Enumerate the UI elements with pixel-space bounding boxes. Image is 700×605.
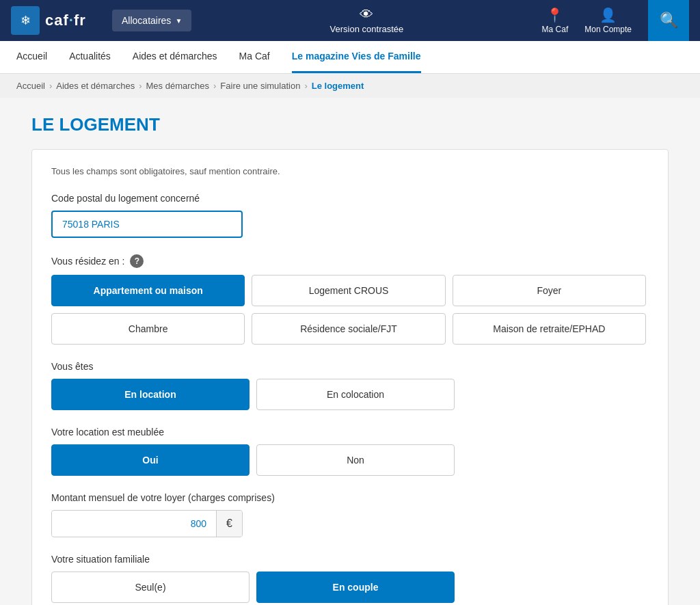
page-title: LE LOGEMENT (31, 114, 669, 135)
location-icon: 📍 (546, 7, 563, 23)
breadcrumb-sep-2: › (139, 81, 142, 91)
option-non[interactable]: Non (256, 444, 455, 476)
location-meublee-label: Votre location est meublée (51, 427, 649, 438)
moncompte-label: Mon Compte (584, 25, 632, 34)
form-card: Tous les champs sont obligatoires, sauf … (31, 149, 669, 605)
allocataires-button[interactable]: Allocataires ▼ (112, 10, 191, 31)
macaf-nav-item[interactable]: 📍 Ma Caf (542, 7, 569, 34)
breadcrumb-mes-demarches[interactable]: Mes démarches (146, 81, 209, 91)
loyer-currency: € (216, 511, 242, 537)
vous-etes-label: Vous êtes (51, 361, 649, 372)
version-contrastee-block[interactable]: 👁 Version contrastée (191, 7, 541, 34)
situation-label: Votre situation familiale (51, 554, 649, 565)
loyer-input-wrap: € (51, 510, 243, 537)
caf-logo-icon: ❄ (11, 6, 40, 35)
option-maison-retraite[interactable]: Maison de retraite/EPHAD (453, 313, 646, 345)
situation-familiale-group: Votre situation familiale Seul(e) En cou… (51, 554, 649, 603)
nav-aides-demarches[interactable]: Aides et démarches (133, 41, 217, 73)
breadcrumb-sep-1: › (49, 81, 52, 91)
location-meublee-group: Votre location est meublée Oui Non (51, 427, 649, 476)
nav-magazine[interactable]: Le magazine Vies de Famille (292, 41, 421, 73)
help-icon[interactable]: ? (130, 254, 144, 268)
allocataires-label: Allocataires (122, 15, 171, 26)
option-en-couple[interactable]: En couple (256, 572, 455, 603)
option-foyer[interactable]: Foyer (453, 275, 646, 306)
nav-accueil[interactable]: Accueil (16, 41, 47, 73)
breadcrumb-current: Le logement (312, 81, 364, 91)
top-nav-right: 📍 Ma Caf 👤 Mon Compte 🔍 (542, 0, 689, 41)
residence-label: Vous résidez en : ? (51, 254, 649, 268)
version-label: Version contrastée (330, 24, 404, 34)
situation-options: Seul(e) En couple (51, 572, 649, 603)
page-content: LE LOGEMENT Tous les champs sont obligat… (15, 98, 685, 605)
option-crous[interactable]: Logement CROUS (252, 275, 445, 306)
breadcrumb-accueil[interactable]: Accueil (16, 81, 45, 91)
eye-icon: 👁 (360, 7, 373, 23)
option-oui[interactable]: Oui (51, 444, 250, 476)
loyer-label: Montant mensuel de votre loyer (charges … (51, 492, 649, 503)
loyer-group: Montant mensuel de votre loyer (charges … (51, 492, 649, 537)
top-navigation: ❄ caf·fr Allocataires ▼ 👁 Version contra… (0, 0, 700, 41)
postal-code-label: Code postal du logement concerné (51, 193, 649, 204)
option-chambre[interactable]: Chambre (51, 313, 245, 345)
breadcrumb-sep-3: › (213, 81, 216, 91)
main-navigation: Accueil Actualités Aides et démarches Ma… (0, 41, 700, 74)
residence-options: Appartement ou maison Logement CROUS Foy… (51, 275, 646, 345)
option-en-location[interactable]: En location (51, 379, 250, 410)
logo-block[interactable]: ❄ caf·fr (11, 6, 107, 35)
loyer-input[interactable] (52, 511, 216, 536)
search-icon: 🔍 (660, 12, 678, 29)
breadcrumb-aides[interactable]: Aides et démarches (56, 81, 135, 91)
breadcrumb-simulation[interactable]: Faire une simulation (220, 81, 300, 91)
search-button[interactable]: 🔍 (648, 0, 689, 41)
snowflake-icon: ❄ (21, 13, 31, 28)
mandatory-note: Tous les champs sont obligatoires, sauf … (51, 166, 649, 176)
vous-etes-options: En location En colocation (51, 379, 649, 410)
breadcrumb-sep-4: › (304, 81, 307, 91)
residence-group: Vous résidez en : ? Appartement ou maiso… (51, 254, 649, 345)
logo-text: caf·fr (45, 12, 86, 29)
postal-code-input[interactable] (51, 211, 243, 238)
person-icon: 👤 (600, 7, 617, 23)
location-meublee-options: Oui Non (51, 444, 649, 476)
option-en-colocation[interactable]: En colocation (256, 379, 455, 410)
breadcrumb: Accueil › Aides et démarches › Mes démar… (0, 74, 700, 98)
nav-actualites[interactable]: Actualités (69, 41, 111, 73)
nav-macaf[interactable]: Ma Caf (239, 41, 270, 73)
option-appartement[interactable]: Appartement ou maison (51, 275, 245, 306)
option-residence-sociale[interactable]: Résidence sociale/FJT (252, 313, 445, 345)
chevron-down-icon: ▼ (175, 17, 182, 25)
option-seule[interactable]: Seul(e) (51, 572, 250, 603)
macaf-label: Ma Caf (542, 25, 569, 34)
moncompte-nav-item[interactable]: 👤 Mon Compte (584, 7, 632, 34)
postal-code-group: Code postal du logement concerné (51, 193, 649, 238)
vous-etes-group: Vous êtes En location En colocation (51, 361, 649, 410)
